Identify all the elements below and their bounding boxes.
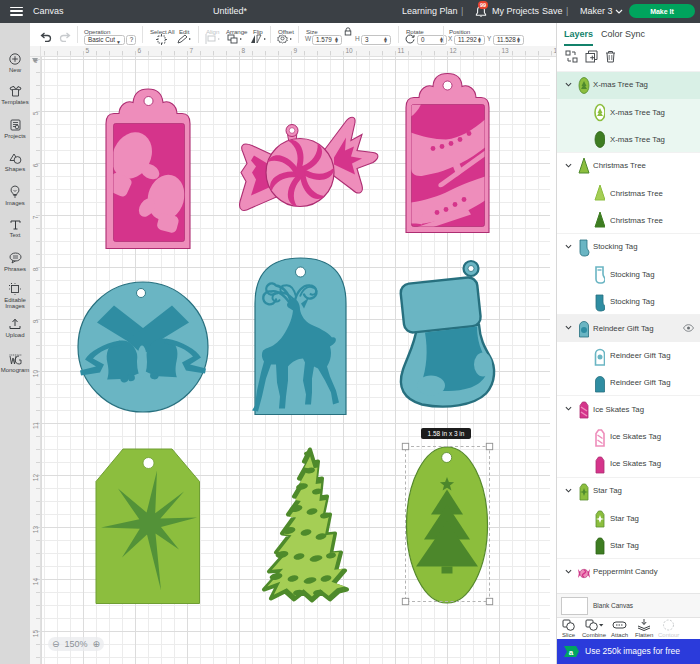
- svg-text:1.58 in x 3 in: 1.58 in x 3 in: [428, 430, 465, 437]
- svg-text:a: a: [569, 648, 574, 657]
